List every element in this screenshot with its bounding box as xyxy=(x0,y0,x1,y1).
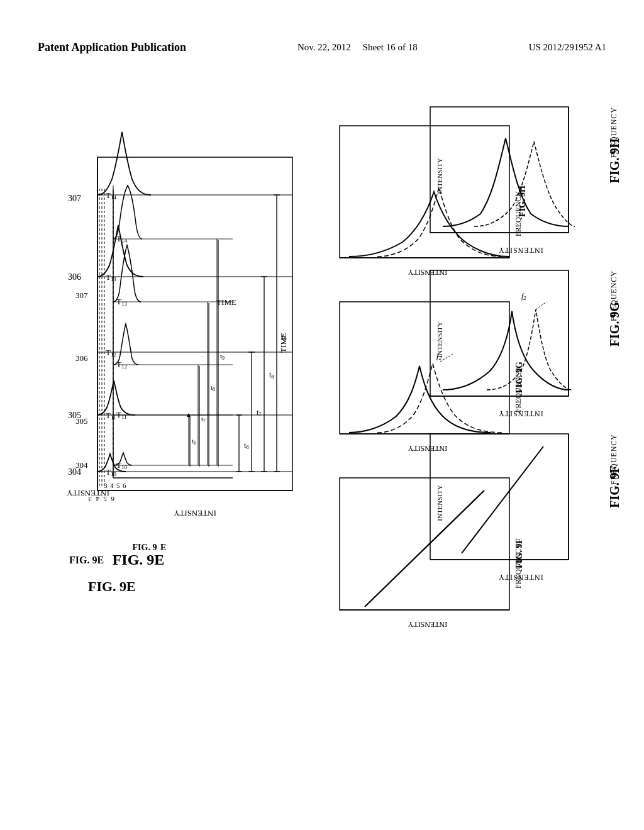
fig9g-svg: f2 INTENSITY xyxy=(424,264,619,402)
svg-text:T14: T14 xyxy=(116,234,127,244)
svg-text:INTENSITY: INTENSITY xyxy=(436,485,443,521)
header-center: Nov. 22, 2012 Sheet 16 of 18 xyxy=(297,40,418,55)
fig9g-container: f2 INTENSITY FREQUENCY FIG. 9G xyxy=(424,264,619,415)
svg-line-48 xyxy=(462,446,543,553)
svg-text:T11: T11 xyxy=(116,410,127,420)
fig9e-container: T10 T11 T12 T13 T14 TIME t6 t7 t8 t9 xyxy=(38,176,277,566)
fig9g-intensity-bottom: INTENSITY xyxy=(498,409,543,418)
svg-text:305: 305 xyxy=(75,416,88,426)
svg-text:INTENSITY: INTENSITY xyxy=(66,489,109,498)
fig9h-intensity-bottom: INTENSITY xyxy=(498,245,543,255)
fig9f-label: FIG. 9F xyxy=(608,465,622,508)
date-label: Nov. 22, 2012 xyxy=(297,42,351,52)
svg-text:304: 304 xyxy=(75,460,88,470)
svg-text:INTENSITY: INTENSITY xyxy=(436,321,443,357)
svg-text:306: 306 xyxy=(75,353,88,363)
fig9e-label: FIG. 9E xyxy=(69,555,104,566)
patent-number: US 2012/291952 A1 xyxy=(529,40,606,55)
fig9h-label: FIG. 9H xyxy=(608,138,622,183)
svg-text:t7: t7 xyxy=(201,415,206,424)
svg-text:307: 307 xyxy=(75,290,88,300)
svg-rect-35 xyxy=(430,107,569,233)
fig9e-chart: T10 T11 T12 T13 T14 TIME t6 t7 t8 t9 xyxy=(63,176,264,528)
fig9f-container: INTENSITY FREQUENCY FIG. 9F xyxy=(424,428,619,578)
svg-text:6: 6 xyxy=(123,482,126,489)
svg-text:5: 5 xyxy=(116,482,120,489)
svg-text:T10: T10 xyxy=(116,460,127,470)
svg-text:3: 3 xyxy=(104,482,108,489)
svg-text:T13: T13 xyxy=(116,297,127,307)
publication-label: Patent Application Publication xyxy=(38,40,186,55)
svg-text:t6: t6 xyxy=(192,437,196,446)
svg-text:INTENSITY: INTENSITY xyxy=(436,158,443,194)
page-header: Patent Application Publication Nov. 22, … xyxy=(0,40,644,55)
svg-text:t8: t8 xyxy=(211,384,215,392)
fig9g-label: FIG. 9G xyxy=(608,302,622,346)
svg-text:f2: f2 xyxy=(521,292,526,301)
svg-line-43 xyxy=(536,302,547,309)
svg-text:4: 4 xyxy=(110,482,114,489)
svg-text:t9: t9 xyxy=(220,352,225,361)
sheet-label: Sheet 16 of 18 xyxy=(363,42,418,52)
fig9h-svg: INTENSITY xyxy=(424,101,619,239)
svg-rect-45 xyxy=(430,434,569,560)
svg-rect-39 xyxy=(430,270,569,396)
fig9e-main-label: FIG. 9E xyxy=(88,578,136,595)
main-content: T10 T11 T12 T13 T14 TIME t6 t7 t8 t9 xyxy=(0,101,644,830)
fig9h-container: INTENSITY FREQUENCY FIG. 9H xyxy=(424,101,619,252)
fig9f-svg: INTENSITY xyxy=(424,428,619,566)
fig9f-intensity-bottom: INTENSITY xyxy=(498,572,543,582)
svg-text:TIME: TIME xyxy=(216,297,236,307)
